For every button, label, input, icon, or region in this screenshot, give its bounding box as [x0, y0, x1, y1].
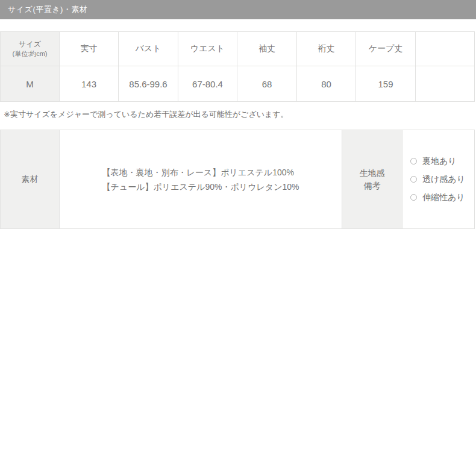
fabric-option-label: 裏地あり	[422, 156, 457, 167]
circle-marker-icon	[410, 194, 417, 201]
fabric-option-label: 伸縮性あり	[422, 192, 465, 203]
column-header-empty	[416, 32, 475, 66]
measurement-note: ※実寸サイズをメジャーで測っているため若干誤差が出る可能性がございます。	[4, 110, 476, 119]
value-cell-jissun: 143	[60, 66, 119, 102]
value-cell-bust: 85.6-99.6	[119, 66, 178, 102]
fabric-option-lining: 裏地あり	[410, 156, 474, 167]
material-table-row: 素材 【表地・裏地・別布・レース】ポリエステル100% 【チュール】ポリエステル…	[1, 130, 475, 229]
material-label-cell: 素材	[1, 130, 60, 229]
fabric-option-label: 透け感あり	[422, 174, 465, 185]
column-header-cape-length: ケープ丈	[356, 32, 416, 66]
column-header-yuki-length: 裄丈	[297, 32, 356, 66]
size-table-header-row: サイズ (単位:約cm) 実寸 バスト ウエスト 袖丈 裄丈 ケープ丈	[1, 32, 475, 66]
composition-line-1: 【表地・裏地・別布・レース】ポリエステル100%	[102, 165, 299, 180]
size-column-label: サイズ	[1, 39, 59, 49]
size-column-header: サイズ (単位:約cm)	[1, 32, 60, 66]
material-composition-lines: 【表地・裏地・別布・レース】ポリエステル100% 【チュール】ポリエステル90%…	[102, 165, 299, 194]
circle-marker-icon	[410, 176, 417, 183]
column-header-sleeve-length: 袖丈	[237, 32, 297, 66]
column-header-waist: ウエスト	[178, 32, 237, 66]
fabric-notes-label-cell: 生地感 備考	[342, 130, 402, 229]
circle-marker-icon	[410, 158, 417, 165]
size-column-unit: (単位:約cm)	[1, 49, 59, 58]
fabric-option-sheerness: 透け感あり	[410, 174, 474, 185]
fabric-options-cell: 裏地あり 透け感あり 伸縮性あり	[402, 130, 475, 229]
material-composition-cell: 【表地・裏地・別布・レース】ポリエステル100% 【チュール】ポリエステル90%…	[60, 130, 342, 229]
section-header: サイズ(平置き)・素材	[0, 0, 476, 19]
size-name-cell: M	[1, 66, 60, 102]
size-table: サイズ (単位:約cm) 実寸 バスト ウエスト 袖丈 裄丈 ケープ丈 M 14…	[0, 31, 475, 102]
value-cell-sleeve-length: 68	[237, 66, 297, 102]
value-cell-waist: 67-80.4	[178, 66, 237, 102]
section-title: サイズ(平置き)・素材	[8, 5, 87, 14]
material-table: 素材 【表地・裏地・別布・レース】ポリエステル100% 【チュール】ポリエステル…	[0, 130, 475, 229]
column-header-bust: バスト	[119, 32, 178, 66]
fabric-option-stretch: 伸縮性あり	[410, 192, 474, 203]
value-cell-cape-length: 159	[356, 66, 416, 102]
size-table-row-m: M 143 85.6-99.6 67-80.4 68 80 159	[1, 66, 475, 102]
column-header-jissun: 実寸	[60, 32, 119, 66]
fabric-label-line-1: 生地感	[342, 167, 402, 180]
value-cell-yuki-length: 80	[297, 66, 356, 102]
fabric-label-line-2: 備考	[342, 180, 402, 192]
composition-line-2: 【チュール】ポリエステル90%・ポリウレタン10%	[102, 180, 299, 194]
value-cell-empty	[416, 66, 475, 102]
